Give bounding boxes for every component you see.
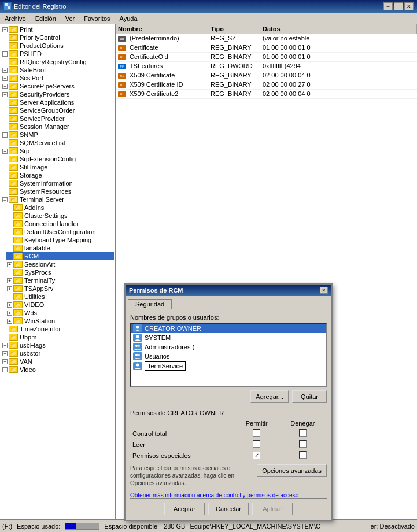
divider: [130, 407, 327, 407]
svg-point-10: [136, 364, 139, 367]
user-label-administradores: Administradores (: [145, 343, 194, 350]
dialog-close-button[interactable]: ✕: [320, 287, 328, 294]
footer-text-content: Para especificar permisos especiales o c…: [130, 465, 234, 486]
dialog-title: Permisos de RCM: [129, 287, 183, 294]
svg-point-9: [138, 354, 140, 356]
dialog-overlay: Permisos de RCM ✕ Seguridad Nombres de g…: [0, 0, 417, 532]
svg-point-5: [136, 335, 139, 338]
perm-denegar-especiales[interactable]: [279, 450, 327, 461]
perm-row-leer: Leer: [130, 439, 327, 450]
checkbox-especiales-permitir[interactable]: [253, 452, 260, 459]
footer-text: Para especificar permisos especiales o c…: [130, 464, 252, 487]
svg-point-8: [135, 354, 138, 356]
user-icon-system: [133, 334, 142, 342]
main-window: Editor del Registro – □ ✕ Archivo Edició…: [0, 0, 417, 519]
checkbox-control-total-permitir[interactable]: [253, 429, 260, 437]
perm-denegar-control-total[interactable]: [279, 428, 327, 439]
svg-point-7: [138, 345, 140, 347]
dialog-body: Nombres de grupos o usuarios: CREATOR OW…: [126, 309, 331, 520]
perm-permitir-control-total[interactable]: [235, 428, 279, 439]
users-section-label: Nombres de grupos o usuarios:: [130, 314, 327, 321]
checkbox-control-total-denegar[interactable]: [299, 429, 307, 437]
perm-label-leer: Leer: [130, 439, 235, 450]
user-item-usuarios[interactable]: Usuarios: [131, 352, 326, 361]
perm-permitir-leer[interactable]: [235, 439, 279, 450]
user-icon-usuarios: [133, 352, 142, 360]
user-icon-administradores: [133, 343, 142, 351]
users-list[interactable]: CREATOR OWNER SYSTEM Adminis: [130, 323, 327, 387]
perm-row-especiales: Permisos especiales: [130, 450, 327, 461]
checkbox-especiales-denegar[interactable]: [299, 451, 307, 459]
perm-label-control-total: Control total: [130, 428, 235, 439]
user-label-system: SYSTEM: [145, 334, 171, 341]
user-item-system[interactable]: SYSTEM: [131, 333, 326, 342]
svg-point-4: [136, 326, 139, 329]
permissions-table: Permitir Denegar Control total Leer: [130, 419, 327, 461]
link-container: Obtener más información acerca de contro…: [130, 492, 327, 498]
user-action-buttons: Agregar... Quitar: [130, 390, 327, 403]
perm-label-especiales: Permisos especiales: [130, 450, 235, 461]
perm-col-permitir: Permitir: [235, 419, 279, 428]
user-icon-creatorowner: [133, 324, 142, 332]
dialog-link[interactable]: Obtener más información acerca de contro…: [130, 492, 298, 498]
perm-permitir-especiales[interactable]: [235, 450, 279, 461]
perm-row-control-total: Control total: [130, 428, 327, 439]
cancelar-button[interactable]: Cancelar: [208, 503, 249, 515]
user-item-creatorowner[interactable]: CREATOR OWNER: [131, 324, 326, 333]
permissions-dialog: Permisos de RCM ✕ Seguridad Nombres de g…: [124, 283, 333, 521]
perm-col-name: [130, 419, 235, 428]
dialog-tabs: Seguridad: [126, 296, 331, 309]
dialog-action-buttons: Aceptar Cancelar Aplicar: [130, 498, 327, 515]
svg-point-6: [135, 345, 138, 347]
user-label-usuarios: Usuarios: [145, 353, 169, 360]
user-item-termservice[interactable]: TermService: [131, 361, 326, 371]
permissions-section-label: Permisos de CREATOR OWNER: [130, 409, 327, 416]
agregar-button[interactable]: Agregar...: [250, 390, 289, 403]
dialog-title-bar: Permisos de RCM ✕: [126, 285, 331, 296]
footer-row: Para especificar permisos especiales o c…: [130, 464, 327, 487]
user-label-termservice: TermService: [145, 361, 186, 371]
tab-seguridad[interactable]: Seguridad: [128, 299, 172, 309]
user-label-creatorowner: CREATOR OWNER: [145, 325, 201, 332]
user-item-administradores[interactable]: Administradores (: [131, 342, 326, 352]
opciones-avanzadas-button[interactable]: Opciones avanzadas: [257, 464, 327, 477]
aplicar-button[interactable]: Aplicar: [252, 503, 293, 515]
checkbox-leer-denegar[interactable]: [299, 440, 307, 448]
perm-col-denegar: Denegar: [279, 419, 327, 428]
user-icon-termservice: [133, 362, 142, 370]
checkbox-leer-permitir[interactable]: [253, 440, 260, 448]
perm-denegar-leer[interactable]: [279, 439, 327, 450]
quitar-button[interactable]: Quitar: [292, 390, 327, 403]
aceptar-button[interactable]: Aceptar: [164, 503, 205, 515]
